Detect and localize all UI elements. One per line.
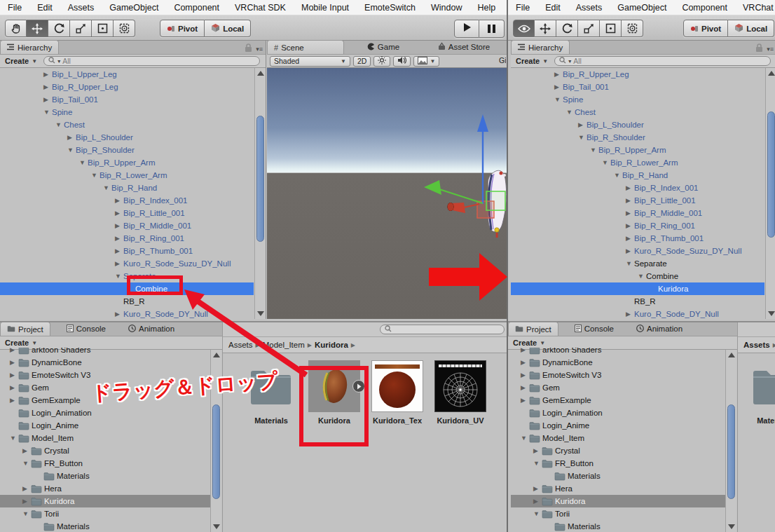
- hierarchy-item-spine[interactable]: ▼Spine: [0, 106, 254, 118]
- project-folder-crystal[interactable]: ▶Crystal: [511, 444, 725, 457]
- foldout-closed-icon[interactable]: ▶: [115, 235, 123, 242]
- project-folder-kuridora[interactable]: ▶Kuridora: [0, 495, 210, 507]
- project-folder-materials[interactable]: Materials: [0, 520, 210, 532]
- foldout-open-icon[interactable]: ▼: [626, 260, 634, 267]
- project-folder-login_anime[interactable]: Login_Anime: [511, 419, 725, 432]
- tab-console[interactable]: Console: [568, 322, 620, 336]
- foldout-closed-icon[interactable]: ▶: [626, 197, 634, 204]
- hierarchy-item-bip_r_ring_001[interactable]: ▶Bip_R_Ring_001: [511, 219, 764, 232]
- foldout-closed-icon[interactable]: ▶: [554, 83, 563, 90]
- menu-item-help[interactable]: Help: [470, 0, 504, 15]
- menu-item-component[interactable]: Component: [166, 0, 227, 15]
- foldout-closed-icon[interactable]: ▶: [10, 397, 18, 404]
- project-folder-torii[interactable]: ▼Torii: [0, 507, 210, 520]
- foldout-closed-icon[interactable]: ▶: [521, 384, 529, 391]
- foldout-closed-icon[interactable]: ▶: [115, 210, 123, 217]
- foldout-open-icon[interactable]: ▼: [10, 435, 18, 442]
- foldout-closed-icon[interactable]: ▶: [115, 197, 123, 204]
- eye-tool-button[interactable]: [513, 20, 535, 37]
- hierarchy-item-bip_r_upper_arm[interactable]: ▼Bip_R_Upper_Arm: [511, 144, 764, 156]
- breadcrumb-item-assets[interactable]: Assets: [743, 341, 770, 349]
- foldout-closed-icon[interactable]: ▶: [554, 71, 563, 78]
- rotate-tool-button[interactable]: [556, 20, 578, 37]
- tab-animation[interactable]: Animation: [122, 322, 181, 336]
- hierarchy-item-bip_r_index_001[interactable]: ▶Bip_R_Index_001: [0, 194, 254, 207]
- hierarchy-item-kuro_r_sode_dy_null[interactable]: ▶Kuro_R_Sode_DY_Null: [511, 308, 764, 319]
- foldout-closed-icon[interactable]: ▶: [521, 359, 529, 366]
- project-folder-arktoon-shaders[interactable]: ▶arktoon Shaders: [0, 348, 210, 356]
- foldout-open-icon[interactable]: ▼: [43, 109, 52, 116]
- scrollbar-thumb[interactable]: [727, 404, 735, 499]
- scene-lighting-button[interactable]: [373, 56, 390, 67]
- pivot-button[interactable]: Pivot: [160, 20, 205, 37]
- scene-audio-button[interactable]: [393, 56, 411, 67]
- foldout-open-icon[interactable]: ▼: [590, 146, 598, 154]
- hierarchy-item-bip_r_lower_arm[interactable]: ▼Bip_R_Lower_Arm: [0, 169, 254, 182]
- foldout-closed-icon[interactable]: ▶: [521, 348, 529, 353]
- foldout-closed-icon[interactable]: ▶: [67, 134, 76, 141]
- hierarchy-item-bip_r_hand[interactable]: ▼Bip_R_Hand: [0, 182, 254, 194]
- foldout-closed-icon[interactable]: ▶: [533, 447, 542, 454]
- menu-item-file[interactable]: File: [508, 0, 537, 15]
- hierarchy-item-bip_r_thumb_001[interactable]: ▶Bip_R_Thumb_001: [511, 232, 764, 245]
- menu-item-gameobject[interactable]: GameObject: [610, 0, 674, 15]
- lock-icon[interactable]: [755, 43, 763, 55]
- hierarchy-item-bip_r_upper_leg[interactable]: ▶Bip_R_Upper_Leg: [511, 68, 764, 81]
- foldout-open-icon[interactable]: ▼: [578, 134, 587, 141]
- hierarchy-item-bip_r_little_001[interactable]: ▶Bip_R_Little_001: [511, 194, 764, 207]
- hierarchy-item-kuro_r_sode_suzu_dy_null[interactable]: ▶Kuro_R_Sode_Suzu_DY_Null: [0, 257, 254, 270]
- hierarchy-item-bip_l_shoulder[interactable]: ▶Bip_L_Shoulder: [0, 131, 254, 144]
- foldout-closed-icon[interactable]: ▶: [115, 311, 123, 318]
- project-folder-arktoon-shaders[interactable]: ▶arktoon Shaders: [511, 348, 725, 356]
- foldout-open-icon[interactable]: ▼: [566, 109, 575, 116]
- hand-tool-button[interactable]: [5, 20, 27, 37]
- transform-tool-button[interactable]: [622, 20, 643, 37]
- hierarchy-item-bip_r_little_001[interactable]: ▶Bip_R_Little_001: [0, 207, 254, 219]
- foldout-closed-icon[interactable]: ▶: [22, 498, 31, 505]
- foldout-open-icon[interactable]: ▼: [521, 435, 529, 442]
- foldout-closed-icon[interactable]: ▶: [10, 348, 18, 353]
- project-folder-emoteswitch-v3[interactable]: ▶EmoteSwitch V3: [511, 369, 725, 381]
- scrollbar-thumb[interactable]: [767, 111, 775, 238]
- hierarchy-item-bip_tail_001[interactable]: ▶Bip_Tail_001: [0, 93, 254, 106]
- tab-hierarchy[interactable]: Hierarchy: [0, 40, 59, 54]
- tab-game[interactable]: Game: [344, 40, 423, 54]
- tab-project[interactable]: Project: [508, 322, 558, 336]
- local-button[interactable]: Local: [728, 20, 774, 37]
- foldout-closed-icon[interactable]: ▶: [10, 371, 18, 378]
- foldout-open-icon[interactable]: ▼: [91, 172, 100, 179]
- foldout-open-icon[interactable]: ▼: [614, 172, 622, 179]
- foldout-closed-icon[interactable]: ▶: [626, 247, 634, 254]
- foldout-open-icon[interactable]: ▼: [79, 159, 88, 166]
- project-folder-dynamicbone[interactable]: ▶DynamicBone: [0, 356, 210, 369]
- hierarchy-item-kuro_r_sode_suzu_dy_null[interactable]: ▶Kuro_R_Sode_Suzu_DY_Null: [511, 245, 764, 257]
- menu-item-component[interactable]: Component: [674, 0, 735, 15]
- foldout-closed-icon[interactable]: ▶: [533, 498, 542, 505]
- lock-icon[interactable]: [245, 43, 252, 55]
- foldout-open-icon[interactable]: ▼: [533, 460, 542, 467]
- tab-project[interactable]: Project: [0, 322, 50, 336]
- scene-viewport[interactable]: [267, 68, 507, 319]
- foldout-closed-icon[interactable]: ▶: [626, 184, 634, 191]
- scale-tool-button[interactable]: [70, 20, 92, 37]
- foldout-closed-icon[interactable]: ▶: [10, 359, 18, 366]
- hierarchy-item-bip_r_upper_arm[interactable]: ▼Bip_R_Upper_Arm: [0, 156, 254, 169]
- menu-item-assets[interactable]: Assets: [568, 0, 610, 15]
- foldout-closed-icon[interactable]: ▶: [626, 222, 634, 229]
- local-button[interactable]: Local: [205, 20, 251, 37]
- tab-scene[interactable]: # Scene: [267, 40, 344, 54]
- project-folder-materials[interactable]: Materials: [511, 470, 725, 482]
- tab-console[interactable]: Console: [60, 322, 112, 336]
- project-folder-crystal[interactable]: ▶Crystal: [0, 444, 210, 457]
- project-folder-login_animation[interactable]: Login_Animation: [511, 407, 725, 419]
- foldout-open-icon[interactable]: ▼: [103, 184, 111, 191]
- scrollbar-thumb[interactable]: [212, 404, 220, 499]
- foldout-closed-icon[interactable]: ▶: [43, 96, 52, 103]
- breadcrumb-item-kuridora[interactable]: Kuridora: [315, 341, 348, 349]
- foldout-open-icon[interactable]: ▼: [638, 273, 646, 280]
- hierarchy-item-spine[interactable]: ▼Spine: [511, 93, 764, 106]
- shading-mode-dropdown[interactable]: Shaded▼: [270, 56, 350, 67]
- asset-materials[interactable]: Materials: [748, 360, 775, 425]
- hierarchy-item-bip_r_upper_leg[interactable]: ▶Bip_R_Upper_Leg: [0, 81, 254, 93]
- foldout-open-icon[interactable]: ▼: [533, 510, 542, 517]
